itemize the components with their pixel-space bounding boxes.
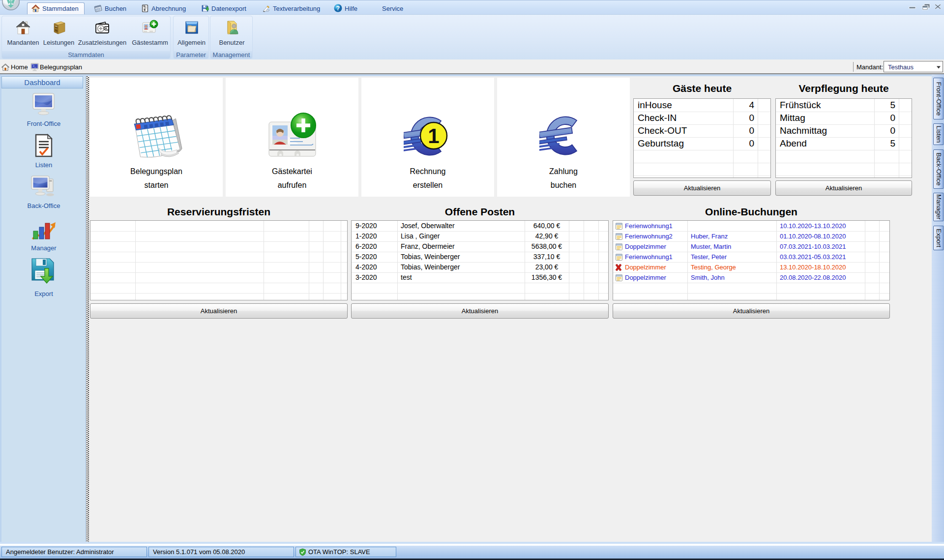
svg-text:1: 1: [428, 124, 439, 147]
svg-text:?: ?: [336, 5, 340, 12]
